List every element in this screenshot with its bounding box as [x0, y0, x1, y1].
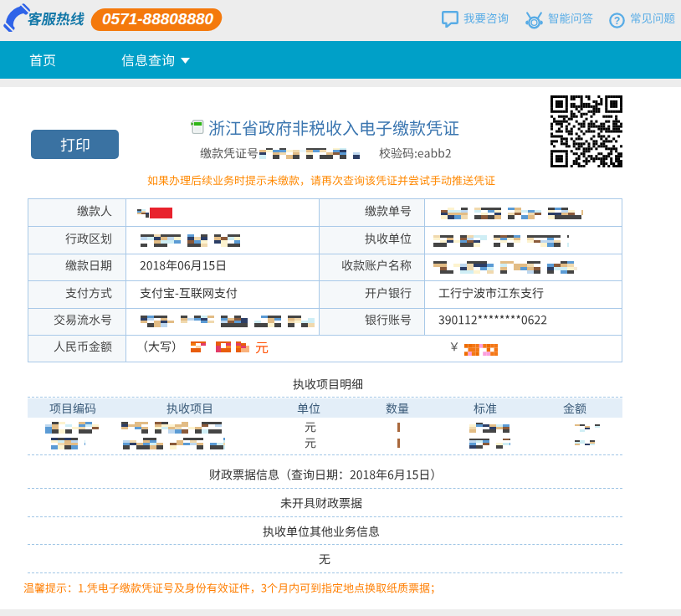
svg-text:?: ? [614, 15, 620, 27]
